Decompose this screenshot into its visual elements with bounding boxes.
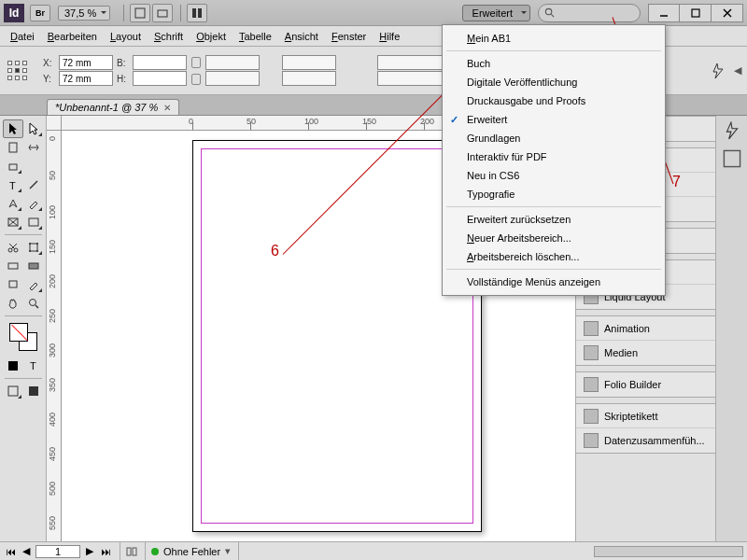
panel-icon xyxy=(584,433,599,448)
vertical-ruler[interactable]: 050100150200250300350400450500550 xyxy=(47,131,62,541)
horizontal-scrollbar[interactable] xyxy=(594,546,743,557)
menu-tabelle[interactable]: Tabelle xyxy=(233,28,278,45)
workspace-menu-item[interactable]: Erweitert zurücksetzen xyxy=(443,210,665,229)
workspace-menu-item[interactable]: Druckausgabe und Proofs xyxy=(443,91,665,110)
ruler-origin[interactable] xyxy=(47,116,62,131)
view-mode-normal[interactable] xyxy=(3,382,23,400)
close-tab-icon[interactable]: ✕ xyxy=(163,103,171,113)
svg-point-35 xyxy=(29,300,35,306)
last-page-button[interactable]: ⏭ xyxy=(99,545,112,558)
view-options-button[interactable] xyxy=(130,4,150,22)
panel-expand-icon[interactable]: ◀ xyxy=(728,64,741,77)
svg-rect-2 xyxy=(192,8,196,18)
note-tool[interactable] xyxy=(3,275,23,294)
zoom-dropdown[interactable]: 37,5 % xyxy=(58,6,110,21)
gradient-swatch-tool[interactable] xyxy=(3,257,23,275)
lightning-icon[interactable] xyxy=(712,63,725,79)
scale-y-input[interactable] xyxy=(205,71,260,86)
pencil-tool[interactable] xyxy=(23,194,44,213)
panel-icon[interactable] xyxy=(723,149,741,168)
svg-text:T: T xyxy=(30,360,36,371)
workspace-menu-item[interactable]: Neuer Arbeitsbereich... xyxy=(443,229,665,247)
workspace-menu-item[interactable]: Interaktiv für PDF xyxy=(443,147,665,166)
search-input[interactable] xyxy=(538,4,641,22)
panel-item[interactable]: Folio Builder xyxy=(576,372,715,397)
workspace-menu-item[interactable]: Vollständige Menüs anzeigen xyxy=(443,273,665,291)
workspace-menu-item[interactable]: Grundlagen xyxy=(443,129,665,147)
menu-fenster[interactable]: Fenster xyxy=(325,28,373,45)
page-tool[interactable] xyxy=(3,138,23,157)
pen-tool[interactable] xyxy=(3,194,23,213)
svg-rect-10 xyxy=(9,143,17,152)
type-tool[interactable]: T xyxy=(3,175,23,194)
rotate-input[interactable] xyxy=(282,55,336,70)
content-collector-tool[interactable] xyxy=(3,157,23,175)
direct-selection-tool[interactable] xyxy=(23,119,44,138)
constrain-proportions-icon[interactable] xyxy=(190,57,202,85)
panel-label: Skriptetikett xyxy=(604,411,657,422)
y-input[interactable]: 72 mm xyxy=(59,71,113,86)
gradient-feather-tool[interactable] xyxy=(23,257,44,275)
workspace-menu-item[interactable]: Neu in CS6 xyxy=(443,166,665,185)
menu-objekt[interactable]: Objekt xyxy=(190,28,233,45)
menu-schrift[interactable]: Schrift xyxy=(148,28,190,45)
prev-page-button[interactable]: ◀ xyxy=(20,545,33,558)
preflight-dropdown-icon[interactable]: ▾ xyxy=(225,545,231,557)
document-tab[interactable]: *Unbenannt-1 @ 37 % ✕ xyxy=(47,99,179,115)
menu-datei[interactable]: Datei xyxy=(4,28,41,45)
scale-x-input[interactable] xyxy=(205,55,260,70)
workspace-menu-item[interactable]: Erweitert xyxy=(443,110,665,129)
apply-color-button[interactable] xyxy=(3,357,23,375)
workspace-switcher[interactable]: Erweitert xyxy=(462,5,530,21)
panel-item[interactable]: Datenzusammenfüh... xyxy=(576,428,715,453)
spread-icon[interactable] xyxy=(126,546,137,557)
panel-item[interactable]: Medien xyxy=(576,341,715,365)
line-tool[interactable] xyxy=(23,175,44,194)
w-input[interactable] xyxy=(133,55,187,70)
free-transform-tool[interactable] xyxy=(23,238,44,257)
x-input[interactable]: 72 mm xyxy=(59,55,113,70)
panel-item[interactable]: Animation xyxy=(576,316,715,341)
zoom-tool[interactable] xyxy=(23,294,44,313)
fill-stroke-swatch[interactable] xyxy=(9,323,37,351)
maximize-button[interactable] xyxy=(680,4,712,22)
screen-mode-button[interactable] xyxy=(152,4,173,22)
panel-icon xyxy=(584,321,599,336)
next-page-button[interactable]: ▶ xyxy=(83,545,96,558)
svg-rect-41 xyxy=(724,150,740,166)
rectangle-tool[interactable] xyxy=(23,213,44,231)
rectangle-frame-tool[interactable] xyxy=(3,213,23,231)
arrange-docs-button[interactable] xyxy=(187,4,207,22)
svg-rect-1 xyxy=(158,10,167,17)
lightning-icon[interactable] xyxy=(723,121,741,140)
workspace-menu-item[interactable]: Mein AB1 xyxy=(443,29,665,48)
eyedropper-tool[interactable] xyxy=(23,275,44,294)
panel-label: Folio Builder xyxy=(604,379,661,390)
close-button[interactable] xyxy=(712,4,743,22)
page-number-input[interactable]: 1 xyxy=(35,545,80,558)
minimize-button[interactable] xyxy=(648,4,680,22)
selection-tool[interactable] xyxy=(3,119,23,138)
workspace-menu-item[interactable]: Arbeitsbereich löschen... xyxy=(443,247,665,266)
menu-ansicht[interactable]: Ansicht xyxy=(278,28,325,45)
reference-point-grid[interactable] xyxy=(6,59,30,83)
svg-text:T: T xyxy=(9,180,16,190)
h-input[interactable] xyxy=(133,71,187,86)
panel-item[interactable]: Skriptetikett xyxy=(576,404,715,428)
svg-rect-16 xyxy=(9,164,17,170)
scissors-tool[interactable] xyxy=(3,238,23,257)
formatting-container-button[interactable]: T xyxy=(23,357,44,375)
first-page-button[interactable]: ⏮ xyxy=(4,545,17,558)
gap-tool[interactable] xyxy=(23,138,44,157)
hand-tool[interactable] xyxy=(3,294,23,313)
workspace-menu-item[interactable]: Typografie xyxy=(443,185,665,203)
menu-layout[interactable]: Layout xyxy=(104,28,148,45)
menu-bearbeiten[interactable]: Bearbeiten xyxy=(41,28,104,45)
workspace-menu-item[interactable]: Buch xyxy=(443,54,665,73)
bridge-button[interactable]: Br xyxy=(30,5,50,21)
view-mode-preview[interactable] xyxy=(23,382,44,400)
menu-hilfe[interactable]: Hilfe xyxy=(373,28,406,45)
shear-input[interactable] xyxy=(282,71,336,86)
workspace-dropdown-menu: Mein AB1BuchDigitale VeröffentlichungDru… xyxy=(442,24,666,296)
workspace-menu-item[interactable]: Digitale Veröffentlichung xyxy=(443,73,665,91)
